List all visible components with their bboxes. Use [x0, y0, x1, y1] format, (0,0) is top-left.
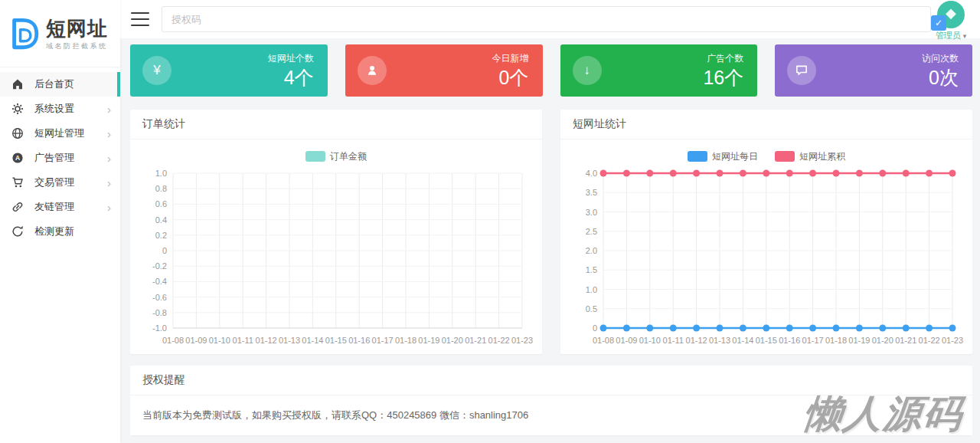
svg-text:3.0: 3.0: [586, 208, 597, 217]
topbar: [120, 0, 980, 38]
stat-label: 今日新增: [492, 52, 529, 65]
panel-title: 订单统计: [130, 110, 542, 139]
sidebar-item-check-update[interactable]: 检测更新: [0, 219, 120, 244]
sidebar-item-ads-manage[interactable]: A 广告管理 ›: [0, 146, 120, 170]
svg-text:-0.8: -0.8: [152, 308, 167, 317]
chevron-right-icon: ›: [107, 103, 111, 115]
brand-name: 短网址: [46, 18, 108, 38]
chat-icon: [787, 56, 816, 85]
stat-value: 16个: [703, 67, 743, 89]
svg-text:01-10: 01-10: [209, 336, 230, 345]
shorturl-chart-panel: 短网址统计 短网址每日短网址累积 01-0801-0901-1001-1101-…: [560, 110, 972, 354]
svg-text:01-18: 01-18: [825, 336, 847, 345]
license-text: 当前版本为免费测试版，如果购买授权版，请联系QQ：450245869 微信：sh…: [130, 395, 972, 435]
sidebar-item-shorturl-manage[interactable]: 短网址管理 ›: [0, 121, 120, 146]
brand-subtitle: 域名防拦截系统: [46, 41, 108, 51]
svg-text:1.0: 1.0: [155, 169, 167, 178]
stat-card-ads-count: ↓ 广告个数 16个: [560, 44, 758, 97]
svg-text:0: 0: [162, 246, 167, 255]
svg-text:01-13: 01-13: [279, 336, 300, 345]
svg-text:01-23: 01-23: [942, 336, 963, 345]
shorturl-chart-legend: 短网址每日短网址累积: [570, 149, 963, 164]
svg-text:01-13: 01-13: [709, 336, 730, 345]
sidebar-item-label: 系统设置: [34, 102, 107, 116]
svg-text:01-19: 01-19: [418, 336, 439, 345]
svg-text:01-15: 01-15: [756, 336, 777, 345]
svg-text:01-21: 01-21: [895, 336, 916, 345]
sidebar-item-system-settings[interactable]: 系统设置 ›: [0, 97, 120, 121]
svg-text:01-15: 01-15: [325, 336, 347, 345]
menu-toggle-button[interactable]: [131, 12, 149, 26]
svg-text:01-16: 01-16: [348, 336, 370, 345]
svg-text:01-09: 01-09: [616, 336, 637, 345]
chevron-right-icon: ›: [107, 177, 111, 189]
svg-text:0.5: 0.5: [586, 304, 597, 313]
gear-icon: [11, 103, 24, 115]
auth-code-input[interactable]: [162, 6, 931, 32]
svg-text:0.8: 0.8: [155, 184, 167, 193]
svg-text:1.0: 1.0: [586, 285, 597, 294]
globe-icon: [11, 127, 24, 139]
stat-card-shorturl-count: ¥ 短网址个数 4个: [130, 44, 328, 97]
stat-value: 4个: [268, 67, 314, 89]
legend-item[interactable]: 短网址累积: [775, 150, 845, 163]
svg-text:01-21: 01-21: [465, 336, 486, 345]
user-menu[interactable]: ✓ 管理员 ▾: [929, 1, 972, 41]
svg-text:A: A: [15, 154, 20, 162]
legend-item[interactable]: 短网址每日: [688, 150, 758, 163]
svg-text:4.0: 4.0: [586, 169, 597, 178]
svg-text:0.2: 0.2: [155, 231, 167, 240]
svg-text:3.5: 3.5: [586, 188, 597, 197]
svg-text:01-22: 01-22: [919, 336, 940, 345]
svg-text:01-08: 01-08: [593, 336, 614, 345]
stat-label: 短网址个数: [268, 52, 314, 65]
main-content: ¥ 短网址个数 4个 今日新增 0个 ↓ 广告个数 16个: [120, 38, 980, 435]
legend-swatch-icon: [775, 151, 795, 162]
sidebar-item-trade-manage[interactable]: 交易管理 ›: [0, 170, 120, 195]
refresh-icon: [11, 225, 24, 238]
svg-text:01-11: 01-11: [233, 336, 253, 345]
svg-text:01-20: 01-20: [442, 336, 463, 345]
svg-text:01-12: 01-12: [256, 336, 277, 345]
brand-logo[interactable]: 短网址 域名防拦截系统: [0, 0, 120, 67]
svg-text:0.6: 0.6: [155, 199, 167, 208]
chevron-right-icon: ›: [107, 153, 111, 164]
legend-item[interactable]: 订单金额: [305, 150, 367, 163]
sidebar-item-label: 广告管理: [34, 151, 107, 165]
stat-value: 0个: [492, 67, 529, 89]
brand-logo-icon: [6, 16, 41, 54]
legend-label: 短网址每日: [712, 150, 758, 163]
stat-label: 访问次数: [922, 52, 959, 65]
svg-text:0.4: 0.4: [155, 215, 167, 225]
svg-text:0: 0: [593, 323, 597, 333]
svg-text:01-18: 01-18: [395, 336, 416, 345]
svg-text:01-14: 01-14: [732, 336, 753, 345]
svg-text:01-08: 01-08: [162, 336, 184, 345]
legend-swatch-icon: [305, 151, 325, 162]
shorturl-chart: 01-0801-0901-1001-1101-1201-1301-1401-15…: [570, 166, 963, 349]
svg-text:-0.6: -0.6: [152, 293, 167, 302]
sidebar-item-links-manage[interactable]: 友链管理 ›: [0, 195, 120, 219]
svg-text:2.5: 2.5: [586, 227, 597, 236]
verified-badge-icon: ✓: [931, 15, 946, 31]
svg-text:01-17: 01-17: [372, 336, 394, 345]
sidebar-item-label: 后台首页: [34, 77, 111, 91]
svg-text:01-19: 01-19: [848, 336, 870, 345]
svg-text:01-20: 01-20: [872, 336, 893, 345]
sidebar-item-label: 友链管理: [34, 200, 107, 214]
chevron-right-icon: ›: [107, 128, 111, 139]
svg-text:01-17: 01-17: [802, 336, 824, 345]
arrow-down-icon: ↓: [573, 56, 602, 85]
svg-text:01-12: 01-12: [686, 336, 707, 345]
legend-label: 短网址累积: [799, 150, 845, 163]
stat-cards-row: ¥ 短网址个数 4个 今日新增 0个 ↓ 广告个数 16个: [130, 44, 972, 97]
license-panel: 授权提醒 当前版本为免费测试版，如果购买授权版，请联系QQ：450245869 …: [130, 366, 972, 435]
orders-chart-legend: 订单金额: [139, 149, 533, 164]
svg-text:01-23: 01-23: [511, 336, 533, 345]
legend-swatch-icon: [688, 151, 707, 162]
sidebar-item-home[interactable]: 后台首页: [0, 72, 120, 97]
svg-text:01-10: 01-10: [639, 336, 661, 345]
stat-label: 广告个数: [703, 52, 743, 65]
orders-chart-panel: 订单统计 订单金额 01-0801-0901-1001-1101-1201-13…: [130, 110, 542, 354]
charts-row: 订单统计 订单金额 01-0801-0901-1001-1101-1201-13…: [130, 110, 972, 354]
